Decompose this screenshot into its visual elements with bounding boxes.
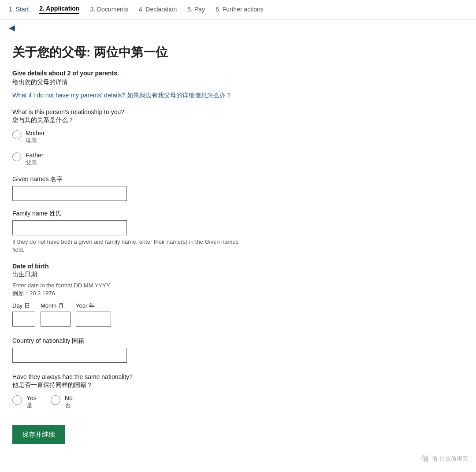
help-link[interactable]: What if I do not have my parents' detail…: [12, 92, 331, 100]
radio-mother-label-cn: 母亲: [26, 137, 45, 145]
radio-mother[interactable]: [12, 130, 21, 139]
day-field-group: Day 日: [12, 302, 35, 327]
yes-label-cn: 是: [26, 401, 37, 409]
no-label-en: No: [65, 394, 73, 401]
radio-yes[interactable]: [12, 395, 22, 405]
radio-option-father[interactable]: Father 父亲: [12, 152, 331, 167]
yes-label-en: Yes: [26, 394, 37, 401]
date-of-birth-section: Date of birth 出生日期 Enter date in the for…: [12, 263, 331, 327]
date-fields-row: Day 日 Month 月 Year 年: [12, 302, 331, 327]
radio-mother-label-en: Mother: [26, 130, 45, 137]
year-label: Year 年: [76, 302, 111, 310]
month-label: Month 月: [41, 302, 71, 310]
navigation-bar: 1. Start 2. Application 3. Documents 4. …: [0, 0, 476, 19]
save-continue-button[interactable]: 保存并继续: [12, 425, 65, 444]
family-name-label: Family name 姓氏: [12, 210, 331, 218]
nav-item-pay[interactable]: 5. Pay: [187, 6, 205, 14]
page-title: 关于您的父母: 两位中第一位: [12, 44, 331, 61]
relationship-radio-group: Mother 母亲 Father 父亲: [12, 130, 331, 167]
dob-format-hint: Enter date in the format DD MM YYYY: [12, 282, 331, 289]
back-button[interactable]: ◀: [0, 19, 24, 36]
description-en: Give details about 2 of your parents.: [12, 70, 331, 77]
dob-example: 例如：20 3 1976: [12, 290, 331, 297]
day-input[interactable]: [12, 312, 35, 327]
watermark-icon: 值: [421, 453, 429, 464]
dob-label-en: Date of birth: [12, 263, 331, 270]
month-input[interactable]: [41, 312, 71, 327]
given-names-input[interactable]: [12, 186, 127, 201]
given-names-field-block: Given names 名字: [12, 175, 331, 201]
nav-item-start[interactable]: 1. Start: [9, 6, 29, 14]
given-names-label: Given names 名字: [12, 175, 331, 183]
nav-item-application[interactable]: 2. Application: [39, 5, 79, 14]
radio-father-label-en: Father: [26, 152, 43, 159]
month-field-group: Month 月: [41, 302, 71, 327]
description-cn: 给出您的父母的详情: [12, 78, 331, 86]
nav-item-further-actions[interactable]: 6. Further actions: [216, 6, 264, 14]
family-name-field-block: Family name 姓氏: [12, 210, 331, 235]
radio-option-mother[interactable]: Mother 母亲: [12, 130, 331, 145]
family-name-input[interactable]: [12, 220, 127, 235]
same-nationality-section: Have they always had the same nationalit…: [12, 373, 331, 409]
same-nat-question-cn: 他是否一直保持同样的国籍？: [12, 381, 331, 389]
year-input[interactable]: [76, 312, 111, 327]
radio-no[interactable]: [51, 395, 60, 405]
dob-label-cn: 出生日期: [12, 271, 331, 279]
radio-option-no[interactable]: No 否: [51, 394, 73, 409]
main-content: 关于您的父母: 两位中第一位 Give details about 2 of y…: [0, 36, 344, 471]
nav-item-documents[interactable]: 3. Documents: [90, 6, 128, 14]
name-hint: If they do not have both a given and fam…: [12, 238, 242, 254]
watermark-text: 值 什么值得买: [432, 455, 468, 463]
radio-father-label-cn: 父亲: [26, 159, 43, 167]
relationship-question: What is this person's relationship to yo…: [12, 108, 331, 124]
day-label: Day 日: [12, 302, 35, 310]
radio-option-yes[interactable]: Yes 是: [12, 394, 37, 409]
same-nat-question-en: Have they always had the same nationalit…: [12, 373, 331, 380]
radio-father[interactable]: [12, 152, 21, 161]
same-nat-radio-group: Yes 是 No 否: [12, 394, 331, 409]
year-field-group: Year 年: [76, 302, 111, 327]
nav-item-declaration[interactable]: 4. Declaration: [139, 6, 177, 14]
nationality-field-block: Country of nationality 国籍: [12, 337, 331, 363]
nationality-label: Country of nationality 国籍: [12, 337, 331, 345]
nationality-section: Country of nationality 国籍: [12, 337, 331, 363]
nationality-input[interactable]: [12, 348, 127, 363]
watermark: 值 值 什么值得买: [421, 453, 468, 464]
no-label-cn: 否: [65, 401, 73, 409]
relationship-question-cn: 您与其的关系是什么？: [12, 116, 331, 124]
relationship-question-en: What is this person's relationship to yo…: [12, 108, 331, 115]
